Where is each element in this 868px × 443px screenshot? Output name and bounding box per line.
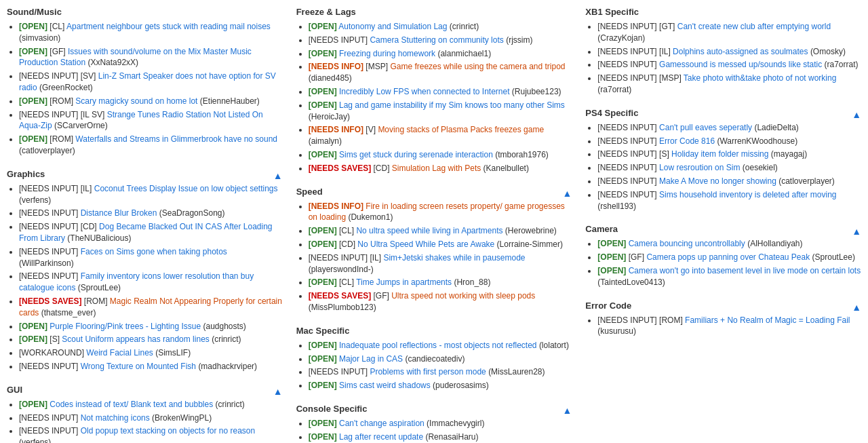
issue-link[interactable]: Not matching icons: [81, 413, 150, 423]
issue-link[interactable]: Camera pops up panning over Chateau Peak: [646, 252, 810, 262]
status-badge: [NEEDS SAVES]: [309, 163, 371, 173]
list-item: [OPEN] Can't change aspiration (Immachev…: [309, 418, 572, 429]
status-badge: [NEEDS INPUT]: [597, 60, 656, 69]
list-item: [OPEN] [S] Scout Uniform appears has ran…: [19, 334, 283, 345]
issue-link[interactable]: Lag and game instability if my Sim knows…: [339, 100, 565, 110]
author: (crinrict): [450, 22, 479, 31]
author: (catloverplayer): [778, 176, 835, 186]
section-title: GUI: [7, 385, 22, 395]
status-badge: [NEEDS INPUT]: [309, 367, 368, 377]
issue-link[interactable]: Distance Blur Broken: [81, 208, 157, 218]
status-badge: [OPEN]: [19, 47, 47, 56]
issue-link[interactable]: No Ultra Speed While Pets are Awake: [357, 239, 494, 249]
author: (ra7orrat): [825, 60, 859, 69]
issue-link[interactable]: Wrong Texture on Mounted Fish: [81, 362, 196, 371]
issue-link[interactable]: Codes instead of text/ Blank text and bu…: [50, 400, 213, 409]
issue-link[interactable]: Autonomy and Simulation Lag: [338, 22, 447, 31]
list-item: [NEEDS INPUT] [IL] Coconut Trees Display…: [19, 183, 283, 206]
tag-badge: [IL]: [659, 47, 671, 56]
scroll-up-arrow[interactable]: ▲: [852, 109, 861, 120]
status-badge: [OPEN]: [309, 354, 337, 364]
issue-link[interactable]: Low resroution on Sim: [659, 163, 740, 172]
section-error-code: Error Code▲[NEEDS INPUT] [ROM] Familiars…: [585, 301, 861, 338]
list-item: [NEEDS INPUT] Distance Blur Broken (SeaD…: [19, 208, 283, 219]
issue-link[interactable]: Sim+Jetski shakes while in pausemode: [383, 253, 525, 263]
issue-link[interactable]: Can't create new club after emptying wor…: [677, 22, 831, 31]
issue-link[interactable]: Time Jumps in apartments: [356, 277, 452, 287]
status-badge: [OPEN]: [309, 419, 337, 428]
issue-link[interactable]: Dolphins auto-assigned as soulmates: [673, 47, 808, 56]
scroll-up-arrow[interactable]: ▲: [852, 226, 861, 237]
status-badge: [NEEDS INPUT]: [597, 22, 656, 31]
issue-link[interactable]: Faces on Sims gone when taking photos: [81, 247, 227, 256]
status-badge: [OPEN]: [309, 100, 337, 110]
status-badge: [NEEDS INFO]: [309, 201, 363, 211]
issue-link[interactable]: Familiars + No Realm of Magic = Loading …: [685, 315, 850, 325]
list-item: [OPEN] Lag after recent update (RenasaiH…: [309, 431, 572, 443]
issue-link[interactable]: Moving stacks of Plasma Packs freezes ga…: [378, 125, 544, 134]
issue-link[interactable]: Make A Move no longer showing: [659, 176, 776, 186]
issue-link[interactable]: Camera Stuttering on community lots: [370, 35, 503, 45]
issue-link[interactable]: Game freezes while using the camera and …: [390, 62, 565, 71]
list-item: [NEEDS INPUT] [IL] Dolphins auto-assigne…: [597, 46, 861, 58]
issue-link[interactable]: Scout Uniform appears has random lines: [62, 334, 209, 344]
status-badge: [OPEN]: [19, 322, 47, 331]
list-item: [NEEDS INPUT] [IL SV] Strange Tunes Radi…: [19, 109, 283, 132]
issue-link[interactable]: Can't pull eaves seperatly: [659, 123, 752, 132]
issue-list: [OPEN] Autonomy and Simulation Lag (crin…: [296, 21, 572, 174]
issue-link[interactable]: Gamessound is messed up/sounds like stat…: [659, 60, 822, 69]
author: (rjssim): [506, 35, 532, 45]
issue-link[interactable]: Lag after recent update: [339, 432, 423, 442]
issue-link[interactable]: Can't change aspiration: [339, 419, 425, 428]
issue-link[interactable]: No ultra speed while living in Apartment…: [356, 226, 502, 235]
issue-link[interactable]: Major Lag in CAS: [339, 354, 403, 364]
author: (crinrict): [216, 400, 245, 409]
issue-link[interactable]: Coconut Trees Display Issue on low objec…: [94, 184, 278, 193]
issue-link[interactable]: Camera bouncing uncontrollably: [629, 239, 745, 248]
issue-link[interactable]: Waterfalls and Streams in Glimmerbrook h…: [75, 134, 277, 144]
section-title: Graphics: [7, 169, 45, 179]
issue-link[interactable]: Error Code 816: [659, 136, 715, 146]
issue-link[interactable]: Sims household inventory is deleted afte…: [659, 190, 836, 199]
issue-link[interactable]: Ultra speed not working with sleep pods: [391, 291, 535, 301]
author: (oesekiel): [743, 163, 778, 172]
tag-badge: [CL]: [339, 277, 354, 287]
issue-link[interactable]: Freezing during homework: [339, 49, 435, 58]
issue-link[interactable]: Problems with first person mode: [370, 367, 486, 377]
issue-link[interactable]: Scary magicky sound on home lot: [75, 96, 197, 106]
scroll-up-arrow[interactable]: ▲: [562, 188, 572, 199]
issue-link[interactable]: Apartment neighbour gets stuck with read…: [66, 22, 271, 31]
scroll-up-arrow[interactable]: ▲: [562, 405, 572, 416]
section-header: Camera▲: [585, 224, 861, 238]
issue-link[interactable]: Sims get stuck during serenade interacti…: [339, 150, 493, 159]
status-badge: [OPEN]: [19, 400, 47, 409]
list-item: [NEEDS INPUT] Wrong Texture on Mounted F…: [19, 361, 283, 372]
section-header: Error Code▲: [585, 301, 861, 315]
author: (aimalyn): [309, 136, 342, 146]
issue-link[interactable]: Simulation Lag with Pets: [392, 163, 481, 173]
issue-link[interactable]: Holiday item folder missing: [671, 149, 768, 159]
issue-link[interactable]: Incredibly Low FPS when connected to Int…: [339, 87, 509, 96]
status-badge: [OPEN]: [309, 432, 337, 442]
status-badge: [OPEN]: [309, 22, 337, 31]
issue-link[interactable]: Camera won't go into basement level in l…: [629, 266, 861, 275]
tag-badge: [ROM]: [659, 315, 683, 325]
author: (mayagaj): [771, 149, 807, 159]
author: (audghosts): [203, 322, 245, 331]
status-badge: [WORKAROUND]: [19, 348, 84, 358]
status-badge: [OPEN]: [309, 226, 337, 235]
issue-link[interactable]: Sims cast weird shadows: [339, 381, 431, 390]
issue-link[interactable]: Weird Facial Lines: [86, 348, 153, 358]
scroll-up-arrow[interactable]: ▲: [852, 302, 861, 313]
status-badge: [NEEDS INPUT]: [597, 73, 656, 83]
scroll-up-arrow[interactable]: ▲: [273, 386, 283, 397]
issue-link[interactable]: Inadequate pool reflections - most objec…: [339, 341, 537, 350]
author: (XxNata92xX): [87, 58, 138, 67]
list-item: [NEEDS INPUT] [CD] Dog Became Blacked Ou…: [19, 221, 283, 244]
list-item: [NEEDS INPUT] [ROM] Familiars + No Realm…: [597, 315, 861, 338]
issue-link[interactable]: Old popup text stacking on objects for n…: [81, 426, 256, 436]
issue-link[interactable]: Take photo with&take photo of not workin…: [684, 73, 836, 83]
scroll-up-arrow[interactable]: ▲: [273, 170, 283, 181]
status-badge: [NEEDS INFO]: [309, 125, 363, 134]
issue-link[interactable]: Purple Flooring/Pink trees - Lighting Is…: [50, 322, 201, 331]
